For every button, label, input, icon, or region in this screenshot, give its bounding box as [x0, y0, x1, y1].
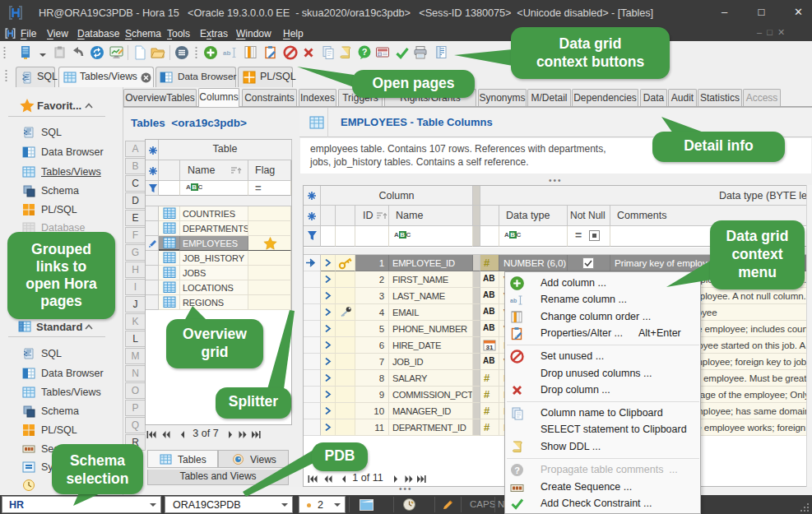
svg-text:ab: ab — [223, 49, 230, 57]
svg-text:?: ? — [362, 47, 368, 57]
svg-text:31: 31 — [486, 344, 494, 351]
svg-text:ab: ab — [510, 298, 517, 303]
svg-text:?: ? — [514, 465, 520, 475]
